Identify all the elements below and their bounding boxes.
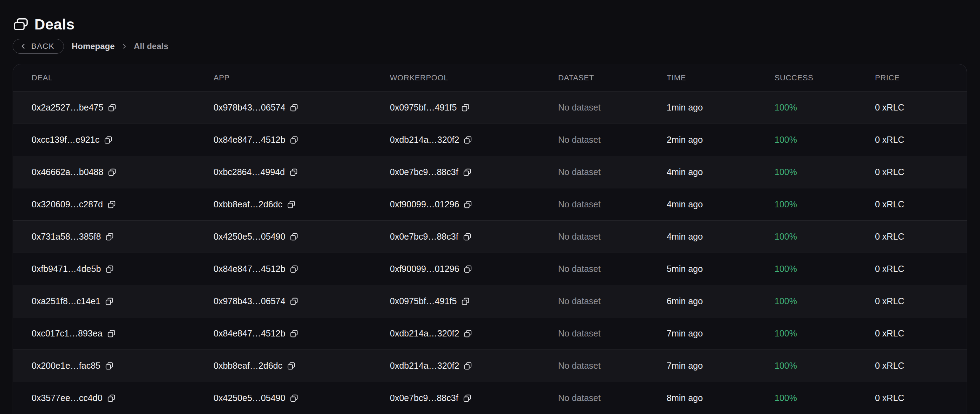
copy-app-button[interactable] (290, 297, 299, 306)
workerpool-cell: 0xf90099…01296 (390, 199, 558, 209)
workerpool-hash-link[interactable]: 0xdb214a…320f2 (390, 135, 459, 145)
app-cell: 0x4250e5…05490 (213, 393, 390, 403)
copy-workerpool-button[interactable] (463, 265, 473, 274)
deal-hash-link[interactable]: 0xa251f8…c14e1 (32, 296, 100, 306)
copy-deal-button[interactable] (108, 168, 117, 177)
table-row[interactable]: 0x3577ee…cc4d0 0x4250e5…05490 0x0e7bc9…8… (13, 382, 967, 414)
deal-hash-link[interactable]: 0x2a2527…be475 (32, 102, 103, 113)
time-cell: 7min ago (667, 328, 775, 339)
workerpool-hash-link[interactable]: 0x0e7bc9…88c3f (390, 167, 458, 177)
copy-app-button[interactable] (286, 200, 296, 209)
table-row[interactable]: 0xc017c1…893ea 0x84e847…4512b 0xdb214a…3… (13, 317, 967, 349)
copy-app-button[interactable] (290, 393, 299, 403)
deal-cell: 0xfb9471…4de5b (32, 264, 213, 274)
table-row[interactable]: 0x200e1e…fac85 0xbb8eaf…2d6dc 0xdb214a…3… (13, 349, 967, 382)
price-cell: 0 xRLC (875, 393, 967, 403)
copy-deal-button[interactable] (105, 362, 114, 371)
copy-workerpool-button[interactable] (461, 297, 470, 306)
workerpool-hash-link[interactable]: 0x0e7bc9…88c3f (390, 232, 458, 242)
table-row[interactable]: 0xcc139f…e921c 0x84e847…4512b 0xdb214a…3… (13, 124, 967, 156)
dataset-cell: No dataset (558, 167, 667, 177)
time-cell: 4min ago (667, 199, 775, 209)
deal-hash-link[interactable]: 0x731a58…385f8 (32, 232, 101, 242)
table-row[interactable]: 0x46662a…b0488 0xbc2864…4994d 0x0e7bc9…8… (13, 156, 967, 188)
copy-app-button[interactable] (290, 232, 299, 241)
copy-workerpool-button[interactable] (463, 200, 473, 209)
deal-hash-link[interactable]: 0xc017c1…893ea (32, 328, 103, 339)
workerpool-hash-link[interactable]: 0x0975bf…491f5 (390, 102, 457, 113)
column-header: DATASET (558, 73, 667, 82)
copy-workerpool-button[interactable] (463, 168, 472, 177)
copy-workerpool-button[interactable] (463, 362, 473, 371)
table-row[interactable]: 0x2a2527…be475 0x978b43…06574 0x0975bf…4… (13, 91, 967, 124)
copy-deal-button[interactable] (107, 200, 116, 209)
copy-app-button[interactable] (289, 168, 298, 177)
breadcrumb-homepage[interactable]: Homepage (72, 41, 115, 51)
app-hash-link[interactable]: 0x84e847…4512b (213, 264, 285, 274)
copy-icon (463, 168, 472, 177)
breadcrumb-row: BACK Homepage All deals (13, 39, 967, 54)
time-cell: 8min ago (667, 393, 775, 403)
dataset-cell: No dataset (558, 135, 667, 145)
copy-app-button[interactable] (286, 362, 296, 371)
app-cell: 0xbb8eaf…2d6dc (213, 361, 390, 371)
copy-deal-button[interactable] (103, 135, 113, 144)
dataset-cell: No dataset (558, 199, 667, 209)
copy-deal-button[interactable] (107, 329, 116, 338)
workerpool-hash-link[interactable]: 0x0e7bc9…88c3f (390, 393, 458, 403)
table-row[interactable]: 0xa251f8…c14e1 0x978b43…06574 0x0975bf…4… (13, 285, 967, 317)
success-cell: 100% (775, 264, 875, 274)
app-hash-link[interactable]: 0x84e847…4512b (213, 328, 285, 339)
copy-app-button[interactable] (290, 103, 299, 112)
copy-app-button[interactable] (290, 329, 299, 338)
app-hash-link[interactable]: 0xbc2864…4994d (213, 167, 285, 177)
copy-app-button[interactable] (290, 135, 299, 144)
app-hash-link[interactable]: 0xbb8eaf…2d6dc (213, 199, 282, 209)
copy-icon (289, 168, 298, 177)
table-row[interactable]: 0x320609…c287d 0xbb8eaf…2d6dc 0xf90099…0… (13, 188, 967, 220)
time-cell: 6min ago (667, 296, 775, 306)
workerpool-cell: 0x0e7bc9…88c3f (390, 232, 558, 242)
deal-hash-link[interactable]: 0xfb9471…4de5b (32, 264, 101, 274)
copy-deal-button[interactable] (107, 393, 116, 403)
table-row[interactable]: 0xfb9471…4de5b 0x84e847…4512b 0xf90099…0… (13, 252, 967, 285)
copy-workerpool-button[interactable] (463, 232, 472, 241)
copy-deal-button[interactable] (105, 265, 114, 274)
copy-workerpool-button[interactable] (463, 393, 472, 403)
copy-workerpool-button[interactable] (461, 103, 470, 112)
time-cell: 7min ago (667, 361, 775, 371)
time-cell: 2min ago (667, 135, 775, 145)
workerpool-hash-link[interactable]: 0xf90099…01296 (390, 199, 459, 209)
workerpool-hash-link[interactable]: 0xdb214a…320f2 (390, 361, 459, 371)
deal-hash-link[interactable]: 0x46662a…b0488 (32, 167, 103, 177)
success-cell: 100% (775, 167, 875, 177)
workerpool-hash-link[interactable]: 0xf90099…01296 (390, 264, 459, 274)
time-cell: 1min ago (667, 102, 775, 113)
table-row[interactable]: 0x731a58…385f8 0x4250e5…05490 0x0e7bc9…8… (13, 220, 967, 252)
price-cell: 0 xRLC (875, 102, 967, 113)
workerpool-hash-link[interactable]: 0x0975bf…491f5 (390, 296, 457, 306)
copy-app-button[interactable] (290, 265, 299, 274)
app-hash-link[interactable]: 0x978b43…06574 (213, 296, 285, 306)
back-button[interactable]: BACK (13, 39, 64, 54)
deals-table-card: DEALAPPWORKERPOOLDATASETTIMESUCCESSPRICE… (13, 64, 967, 414)
app-hash-link[interactable]: 0x978b43…06574 (213, 102, 285, 113)
copy-deal-button[interactable] (108, 103, 117, 112)
copy-workerpool-button[interactable] (463, 135, 473, 144)
copy-icon (105, 265, 114, 274)
price-cell: 0 xRLC (875, 296, 967, 306)
copy-deal-button[interactable] (105, 232, 114, 241)
copy-icon (290, 103, 299, 112)
app-hash-link[interactable]: 0x4250e5…05490 (213, 232, 285, 242)
dataset-cell: No dataset (558, 393, 667, 403)
deal-hash-link[interactable]: 0xcc139f…e921c (32, 135, 99, 145)
deal-hash-link[interactable]: 0x3577ee…cc4d0 (32, 393, 103, 403)
deal-hash-link[interactable]: 0x200e1e…fac85 (32, 361, 100, 371)
copy-deal-button[interactable] (105, 297, 114, 306)
workerpool-hash-link[interactable]: 0xdb214a…320f2 (390, 328, 459, 339)
app-hash-link[interactable]: 0xbb8eaf…2d6dc (213, 361, 282, 371)
app-hash-link[interactable]: 0x4250e5…05490 (213, 393, 285, 403)
deal-hash-link[interactable]: 0x320609…c287d (32, 199, 103, 209)
app-hash-link[interactable]: 0x84e847…4512b (213, 135, 285, 145)
copy-workerpool-button[interactable] (463, 329, 473, 338)
